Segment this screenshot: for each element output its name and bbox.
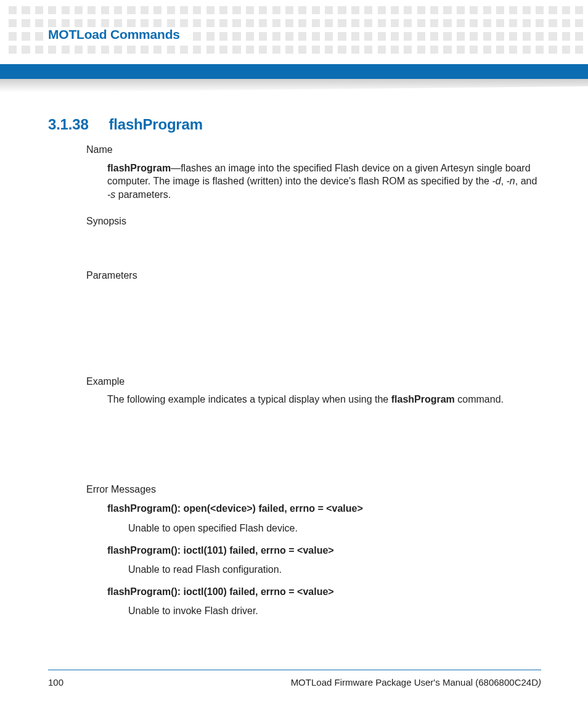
name-desc-2: parameters. <box>115 189 171 200</box>
doc-title: MOTLoad Firmware Package User's Manual (… <box>291 677 541 688</box>
error-title-2: flashProgram(): ioctl(100) failed, errno… <box>107 585 542 599</box>
example-cmd: flashProgram <box>391 394 455 404</box>
error-desc-2: Unable to invoke Flash driver. <box>128 604 542 618</box>
command-name: flashProgram <box>107 163 171 173</box>
header-blue-bar <box>0 64 588 79</box>
name-desc-1: —flashes an image into the specified Fla… <box>107 163 531 187</box>
chapter-title: MOTLoad Commands <box>48 27 189 42</box>
page-number: 100 <box>48 677 63 688</box>
section-number: 3.1.38 <box>48 116 105 133</box>
error-title-0: flashProgram(): open(<device>) failed, e… <box>107 502 542 515</box>
example-intro-1: The following example indicates a typica… <box>107 394 391 404</box>
section-title: flashProgram <box>108 116 202 133</box>
error-title-1: flashProgram(): ioctl(101) failed, errno… <box>107 544 542 557</box>
opt-n: -n <box>507 176 515 186</box>
error-messages: flashProgram(): open(<device>) failed, e… <box>107 502 542 618</box>
label-name: Name <box>86 143 542 157</box>
section-heading: 3.1.38 flashProgram <box>48 116 203 133</box>
example-intro-2: command. <box>455 394 504 404</box>
header-grey-wedge <box>0 79 588 92</box>
example-paragraph: The following example indicates a typica… <box>107 393 542 406</box>
opt-d: -d <box>492 176 500 186</box>
name-paragraph: flashProgram—flashes an image into the s… <box>107 162 542 202</box>
page: MOTLoad Commands 3.1.38 flashProgram Nam… <box>0 0 588 706</box>
error-desc-0: Unable to open specified Flash device. <box>128 522 542 535</box>
label-synopsis: Synopsis <box>86 215 542 228</box>
opt-s: -s <box>107 189 115 200</box>
error-desc-1: Unable to read Flash configuration. <box>128 563 542 577</box>
footer-rule <box>48 670 541 670</box>
label-parameters: Parameters <box>86 269 542 282</box>
label-example: Example <box>86 375 542 388</box>
label-errors: Error Messages <box>86 483 542 496</box>
footer: 100 MOTLoad Firmware Package User's Manu… <box>48 677 541 688</box>
body-content: Name flashProgram—flashes an image into … <box>86 143 542 626</box>
